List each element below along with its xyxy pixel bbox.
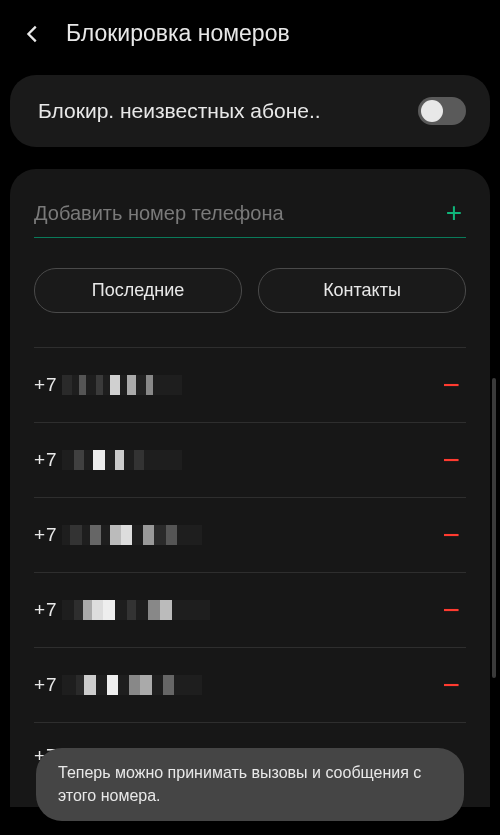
blocked-number-row[interactable]: +7 − bbox=[34, 498, 466, 573]
add-number-input[interactable]: Добавить номер телефона bbox=[34, 202, 442, 225]
redacted-number bbox=[62, 375, 182, 395]
source-pill-row: Последние Контакты bbox=[34, 268, 466, 313]
blocked-number-list: +7 − +7 − +7 − +7 − bbox=[34, 347, 466, 767]
redacted-number bbox=[62, 600, 210, 620]
header: Блокировка номеров bbox=[0, 0, 500, 75]
block-unknown-toggle-row[interactable]: Блокир. неизвестных абоне.. bbox=[10, 75, 490, 147]
blocked-number-text: +7 bbox=[34, 674, 202, 696]
remove-icon[interactable]: − bbox=[440, 520, 462, 550]
blocked-number-text: +7 bbox=[34, 449, 182, 471]
remove-icon[interactable]: − bbox=[440, 595, 462, 625]
blocked-number-row[interactable]: +7 − bbox=[34, 648, 466, 723]
blocked-number-text: +7 bbox=[34, 599, 210, 621]
toast-notification: Теперь можно принимать вызовы и сообщени… bbox=[36, 748, 464, 821]
toggle-switch[interactable] bbox=[418, 97, 466, 125]
toast-message: Теперь можно принимать вызовы и сообщени… bbox=[58, 764, 421, 803]
contacts-button[interactable]: Контакты bbox=[258, 268, 466, 313]
block-unknown-label: Блокир. неизвестных абоне.. bbox=[38, 99, 406, 123]
remove-icon[interactable]: − bbox=[440, 670, 462, 700]
main-card: Добавить номер телефона + Последние Конт… bbox=[10, 169, 490, 807]
toggle-thumb bbox=[421, 100, 443, 122]
back-icon[interactable] bbox=[22, 23, 44, 45]
page-title: Блокировка номеров bbox=[66, 20, 290, 47]
blocked-number-text: +7 bbox=[34, 524, 202, 546]
blocked-number-row[interactable]: +7 − bbox=[34, 348, 466, 423]
remove-icon[interactable]: − bbox=[440, 370, 462, 400]
redacted-number bbox=[62, 450, 182, 470]
remove-icon[interactable]: − bbox=[440, 445, 462, 475]
plus-icon[interactable]: + bbox=[442, 199, 466, 227]
blocked-number-row[interactable]: +7 − bbox=[34, 573, 466, 648]
blocked-number-row[interactable]: +7 − bbox=[34, 423, 466, 498]
add-number-input-row[interactable]: Добавить номер телефона + bbox=[34, 199, 466, 238]
redacted-number bbox=[62, 675, 202, 695]
redacted-number bbox=[62, 525, 202, 545]
blocked-number-text: +7 bbox=[34, 374, 182, 396]
recent-button[interactable]: Последние bbox=[34, 268, 242, 313]
scrollbar[interactable] bbox=[492, 378, 496, 678]
